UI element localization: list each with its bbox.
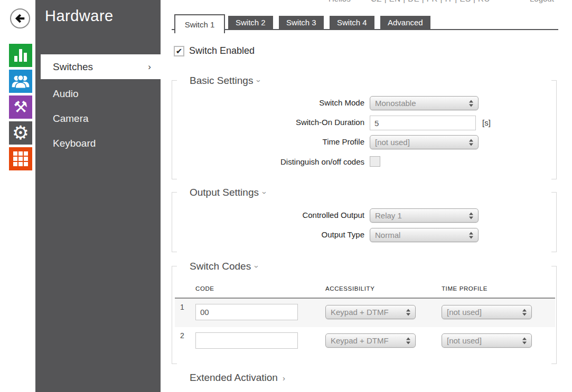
time-profile-select-1[interactable]: [not used] [442,305,532,319]
tabbar-underline [172,29,558,30]
row-number: 1 [180,303,184,311]
time-profile-select-2[interactable]: [not used] [442,333,532,348]
distinguish-codes-label: Distinguish on/off codes [172,157,364,167]
page-title: Hardware [45,7,114,25]
sidebar-item-label: Keyboard [53,138,96,149]
column-header-accessibility: ACCESSIBILITY [325,285,374,292]
hardware-switches-page: Helios CZ | EN | DE | FR | IT | ES | RU … [0,0,572,392]
switch-on-duration-input[interactable] [370,116,476,130]
controlled-output-label: Controlled Output [172,210,364,221]
select-arrows-icon [469,212,473,219]
select-value: Keypad + DTMF [331,336,389,345]
accessibility-select-2[interactable]: Keypad + DTMF [325,333,416,348]
select-arrows-icon [406,337,410,344]
chevron-down-icon: › [260,192,269,194]
select-arrows-icon [522,337,527,344]
column-header-code: CODE [195,285,214,292]
code-input-2[interactable] [195,332,298,349]
tab-advanced[interactable]: Advanced [380,16,430,29]
output-settings-frame [172,192,557,252]
gear-icon: ⚙ [12,123,29,142]
chevron-down-icon: › [252,265,261,268]
sidebar-item-label: Audio [53,88,79,100]
select-value: Normal [375,231,400,240]
tab-switch-4[interactable]: Switch 4 [330,16,374,29]
select-value: [not used] [447,308,482,317]
output-type-label: Output Type [172,230,364,240]
sidebar-item-switches[interactable]: Switches › [41,54,161,79]
select-value: [not used] [447,336,482,345]
tab-switch-3[interactable]: Switch 3 [279,16,324,29]
switch-on-duration-label: Switch-On Duration [172,117,364,128]
nav-system-button[interactable] [9,147,32,170]
switch-mode-select[interactable]: Monostable [370,96,479,110]
duration-unit: [s] [482,118,491,127]
select-value: Keypad + DTMF [331,308,389,317]
section-title-text: Basic Settings [190,75,253,86]
output-settings-heading[interactable]: Output Settings› [190,187,266,198]
code-input-1[interactable] [195,304,298,320]
row-number: 2 [180,331,184,340]
sidebar-item-label: Switches [53,61,93,73]
nav-status-button[interactable] [9,44,32,67]
switch-mode-label: Switch Mode [172,98,364,108]
product-name: Helios [329,0,351,3]
check-icon: ✔ [176,46,183,56]
sidebar-item-audio[interactable]: Audio [35,81,161,106]
select-value: Monostable [375,99,416,108]
section-title-text: Output Settings [190,187,259,198]
nav-directory-button[interactable] [9,70,32,93]
select-value: Relay 1 [375,211,402,220]
sidebar: Hardware Switches › Audio Camera Keyboar… [35,0,161,392]
select-arrows-icon [469,100,473,107]
section-title-text: Extended Activation [190,372,278,383]
section-title-text: Switch Codes [190,261,251,272]
column-header-time-profile: TIME PROFILE [442,285,487,292]
output-type-select[interactable]: Normal [370,228,479,242]
chevron-right-icon: › [283,374,285,383]
back-arrow-icon [14,13,26,24]
tab-switch-1[interactable]: Switch 1 [174,14,225,33]
time-profile-label: Time Profile [172,137,364,147]
controlled-output-select[interactable]: Relay 1 [370,208,479,223]
logout-link[interactable]: Logout [530,0,554,3]
select-value: [not used] [375,138,410,147]
select-arrows-icon [406,309,410,315]
select-arrows-icon [469,139,473,146]
bar-chart-icon [14,49,27,62]
distinguish-codes-checkbox[interactable] [370,156,380,167]
time-profile-select[interactable]: [not used] [370,135,479,149]
switch-codes-heading[interactable]: Switch Codes› [190,261,258,272]
users-icon [12,73,30,89]
select-arrows-icon [522,309,527,315]
back-button[interactable] [10,8,30,28]
sidebar-item-keyboard[interactable]: Keyboard [35,131,161,156]
basic-settings-heading[interactable]: Basic Settings› [190,75,260,87]
switch-enabled-label: Switch Enabled [189,45,255,56]
chevron-down-icon: › [255,80,264,82]
tools-icon: ⚒ [14,99,28,115]
select-arrows-icon [469,232,473,238]
language-links[interactable]: CZ | EN | DE | FR | IT | ES | RU [371,0,490,3]
sidebar-item-label: Camera [53,113,89,125]
switch-enabled-checkbox[interactable]: ✔ [174,46,184,56]
nav-services-button[interactable]: ⚒ [9,95,32,119]
extended-activation-heading[interactable]: Extended Activation› [190,372,285,384]
nav-hardware-button[interactable]: ⚙ [9,121,32,145]
grid-icon [13,151,28,166]
chevron-right-icon: › [148,62,151,72]
tab-switch-2[interactable]: Switch 2 [228,16,273,29]
accessibility-select-1[interactable]: Keypad + DTMF [325,305,416,319]
sidebar-item-camera[interactable]: Camera [35,106,161,131]
